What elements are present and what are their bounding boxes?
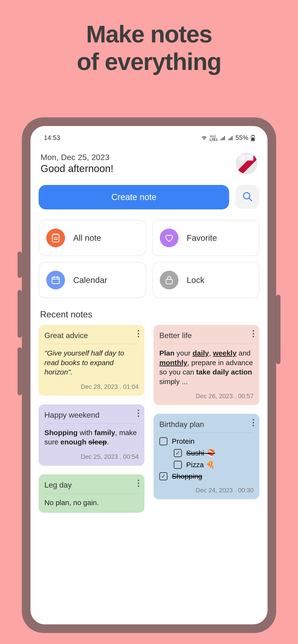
checklist-item[interactable]: Sushi 🍣	[174, 449, 254, 457]
note-body: Plan your daily, weekly and monthly, pre…	[159, 348, 254, 386]
note-title: Birthday plan	[159, 420, 254, 433]
note-date: Dec 25, 2023 . 00:54	[44, 453, 139, 460]
battery-icon	[251, 135, 255, 141]
category-all-note[interactable]: All note	[39, 220, 146, 256]
svg-rect-1	[252, 135, 254, 136]
svg-rect-5	[52, 234, 59, 242]
checklist-item[interactable]: Protein	[159, 437, 254, 446]
status-bar: 14:53 Vo))LTE1 55%	[39, 133, 259, 146]
note-date: Dec 28, 2023 . 01:04	[44, 383, 139, 390]
signal-icon-2	[228, 136, 233, 140]
recent-notes-heading: Recent notes	[40, 310, 259, 320]
svg-rect-6	[52, 277, 59, 284]
battery-text: 55%	[235, 134, 248, 142]
note-icon	[46, 228, 65, 247]
header-greeting: Good afternoon!	[41, 163, 113, 174]
checkbox-checked-icon[interactable]	[174, 449, 182, 457]
note-body: No plan, no gain.	[44, 498, 139, 508]
network-label: Vo))LTE1	[210, 135, 218, 141]
hero-title: Make notes of everything	[0, 0, 298, 76]
note-title: Better life	[159, 331, 254, 344]
category-label: Favorite	[187, 233, 217, 243]
svg-rect-7	[166, 279, 172, 284]
category-calendar[interactable]: Calendar	[39, 262, 146, 298]
search-button[interactable]	[235, 185, 259, 209]
note-card-happy-weekend[interactable]: Happy weekend Shopping with family, make…	[39, 404, 144, 466]
lock-icon	[160, 271, 179, 290]
calendar-icon	[46, 271, 65, 290]
checkbox-unchecked-icon[interactable]	[159, 437, 168, 446]
note-menu-button[interactable]	[138, 480, 139, 487]
category-label: Calendar	[73, 275, 107, 285]
note-date: Dec 26, 2023 . 00:57	[159, 392, 254, 400]
checklist-item[interactable]: Pizza 🍕	[174, 460, 254, 469]
header-date: Mon, Dec 25, 2023	[41, 152, 113, 162]
note-title: Leg day	[44, 480, 139, 493]
status-right: Vo))LTE1 55%	[201, 134, 255, 142]
note-menu-button[interactable]	[253, 419, 254, 426]
status-time: 14:53	[44, 134, 60, 142]
checkbox-checked-icon[interactable]	[159, 472, 168, 480]
note-card-birthday-plan[interactable]: Birthday plan Protein Sushi 🍣	[154, 414, 259, 499]
category-label: All note	[73, 233, 101, 243]
note-date: Dec 24, 2023 . 00:30	[159, 486, 254, 494]
note-title: Great advice	[44, 331, 139, 344]
phone-screen: 14:53 Vo))LTE1 55%	[31, 126, 267, 624]
note-card-great-advice[interactable]: Great advice "Give yourself half day to …	[39, 325, 144, 396]
note-body: Shopping with family, make sure enough s…	[44, 428, 139, 447]
note-body: "Give yourself half day to read books to…	[44, 348, 139, 377]
note-card-better-life[interactable]: Better life Plan your daily, weekly and …	[154, 325, 259, 405]
note-title: Happy weekend	[44, 411, 139, 423]
signal-icon-1	[220, 136, 225, 140]
checklist-item[interactable]: Shopping	[159, 472, 254, 480]
note-card-leg-day[interactable]: Leg day No plan, no gain.	[39, 474, 144, 513]
phone-mockup: 14:53 Vo))LTE1 55%	[22, 118, 276, 633]
note-menu-button[interactable]	[138, 410, 139, 417]
category-lock[interactable]: Lock	[152, 262, 259, 298]
checklist: Protein Sushi 🍣 Pizza 🍕	[159, 437, 254, 480]
category-label: Lock	[187, 275, 204, 285]
avatar[interactable]	[236, 152, 257, 174]
heart-icon	[160, 228, 179, 247]
checkbox-unchecked-icon[interactable]	[174, 461, 182, 469]
create-note-button[interactable]: Create note	[39, 185, 229, 210]
category-favorite[interactable]: Favorite	[152, 220, 259, 256]
note-menu-button[interactable]	[253, 330, 254, 337]
search-icon	[242, 191, 253, 203]
wifi-icon	[201, 136, 207, 140]
note-menu-button[interactable]	[138, 330, 139, 337]
svg-line-4	[249, 198, 252, 201]
